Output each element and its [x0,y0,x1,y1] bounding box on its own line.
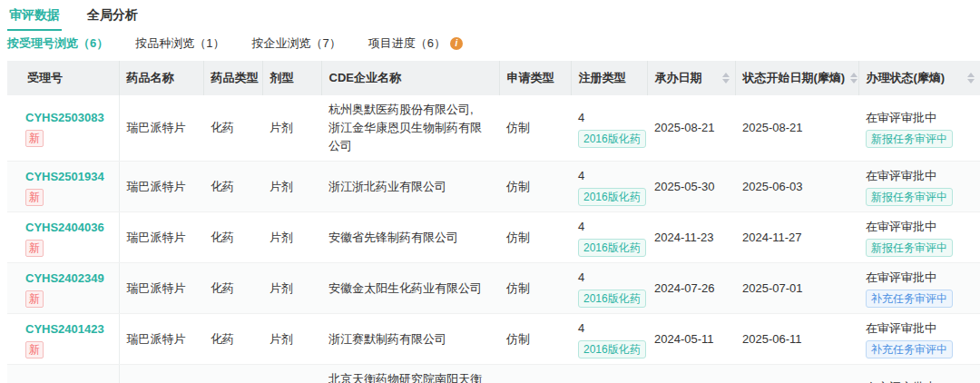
acceptance-date-cell: 2024-11-23 [647,212,735,263]
registration-version-badge: 2016版化药 [578,239,646,257]
col-header-acceptance-date: 承办日期 [647,61,735,95]
registration-type-cell: 42016版化药 [571,365,647,383]
status-start-date-cell: 2024-11-27 [735,212,858,263]
drug-name-cell: 瑞巴派特片 [119,263,203,314]
drug-name-cell: 瑞巴派特片 [119,314,203,365]
sort-icon[interactable] [850,73,858,83]
processing-status-text: 在审评审批中 [866,167,973,185]
registration-type-cell: 42016版化药 [571,314,647,365]
registration-type-cell: 42016版化药 [571,95,647,162]
drug-name-cell: 瑞巴派特片 [119,162,203,212]
dosage-form-cell: 片剂 [262,263,321,314]
table-header-row: 受理号 药品名称 药品类型 剂型 CDE企业名称 申请类型 注册类型 承办日期 … [7,61,980,95]
table-row: CYHS2401423新瑞巴派特片化药片剂浙江赛默制药有限公司仿制42016版化… [7,314,980,365]
registration-version-badge: 2016版化药 [578,290,646,308]
status-start-date-cell: 2025-06-03 [735,162,858,212]
col-header-drug-name: 药品名称 [119,61,203,95]
review-table: 受理号 药品名称 药品类型 剂型 CDE企业名称 申请类型 注册类型 承办日期 … [7,61,980,383]
col-header-cde-company: CDE企业名称 [321,61,499,95]
acceptance-no-cell: CYHS2402349新 [7,263,119,314]
acceptance-no-cell: CYHS2401423新 [7,314,119,365]
dosage-form-cell: 片剂 [262,365,321,383]
dosage-form-cell: 片剂 [262,314,321,365]
new-badge: 新 [25,341,44,358]
processing-status-cell: 在审评审批中新报任务审评中 [858,162,980,212]
registration-type-cell: 42016版化药 [571,162,647,212]
drug-type-cell: 化药 [203,263,262,314]
acceptance-no-cell: CYHS2501934新 [7,162,119,212]
application-type-cell: 仿制 [499,95,571,162]
processing-status-badge: 补充任务审评中 [866,340,953,358]
drug-type-cell: 化药 [203,212,262,263]
registration-type-cell: 42016版化药 [571,212,647,263]
info-icon[interactable]: i [450,37,463,50]
status-start-date-cell: 2025-06-11 [735,314,858,365]
registration-version-badge: 2016版化药 [578,188,646,206]
drug-type-cell: 化药 [203,95,262,162]
acceptance-no-link[interactable]: CYHS2501934 [25,168,104,186]
drug-type-cell: 化药 [203,365,262,383]
review-data-page: 审评数据 全局分析 按受理号浏览（6） 按品种浏览（1） 按企业浏览（7） 项目… [0,0,980,383]
cde-company-cell: 浙江浙北药业有限公司 [321,162,499,212]
registration-type-cell: 42016版化药 [571,263,647,314]
registration-type-value: 4 [578,109,640,127]
registration-type-value: 4 [578,319,640,338]
drug-type-cell: 化药 [203,162,262,212]
acceptance-date-cell: 2025-08-21 [647,95,735,162]
col-header-registration-type: 注册类型 [571,61,647,95]
registration-type-value: 4 [578,378,640,383]
acceptance-no-link[interactable]: CYHS2404036 [25,219,104,237]
acceptance-no-link[interactable]: CYHS2402349 [25,270,104,288]
subtab-project-progress[interactable]: 项目进度（6） i [368,35,463,52]
table-row: CYHS2400779新瑞巴派特片化药片剂北京天衡药物研究院南阳天衡制药 厂仿制… [7,365,980,383]
subtab-by-company[interactable]: 按企业浏览（7） [251,35,340,52]
subtab-by-acceptance-no[interactable]: 按受理号浏览（6） [7,35,108,52]
cde-company-cell: 安徽金太阳生化药业有限公司 [321,263,499,314]
processing-status-cell: 在审评审批中新报任务审评中 [858,95,980,162]
cde-company-cell: 安徽省先锋制药有限公司 [321,212,499,263]
sort-icon[interactable] [967,73,975,83]
acceptance-no-cell: CYHS2404036新 [7,212,119,263]
application-type-cell: 仿制 [499,314,571,365]
registration-type-value: 4 [578,269,640,287]
sort-icon[interactable] [722,73,730,83]
table-row: CYHS2503083新瑞巴派特片化药片剂杭州奥默医药股份有限公司, 浙江金华康… [7,95,980,162]
status-start-date-cell: 2025-08-19 [735,365,858,383]
processing-status-badge: 补充任务审评中 [866,290,953,308]
drug-name-cell: 瑞巴派特片 [119,95,203,162]
application-type-cell: 仿制 [499,162,571,212]
col-header-drug-type: 药品类型 [203,61,262,95]
cde-company-cell: 浙江赛默制药有限公司 [321,314,499,365]
subtab-project-progress-label: 项目进度（6） [368,35,446,52]
processing-status-cell: 在审评审批中补充任务审评中 [858,263,980,314]
acceptance-date-cell: 2024-07-26 [647,263,735,314]
acceptance-no-link[interactable]: CYHS2400779 [25,378,104,383]
processing-status-badge: 新报任务审评中 [866,130,953,148]
acceptance-no-link[interactable]: CYHS2401423 [25,320,104,339]
drug-name-cell: 瑞巴派特片 [119,212,203,263]
tab-review-data[interactable]: 审评数据 [7,5,62,31]
drug-type-cell: 化药 [203,314,262,365]
cde-company-cell: 杭州奥默医药股份有限公司, 浙江金华康恩贝生物制药有限公司 [321,95,499,162]
registration-type-value: 4 [578,167,640,185]
col-header-status-start-date: 状态开始日期(摩熵) [735,61,858,95]
cde-company-cell: 北京天衡药物研究院南阳天衡制药 厂 [321,365,499,383]
processing-status-text: 在审评审批中 [866,378,973,383]
processing-status-badge: 新报任务审评中 [866,239,953,257]
processing-status-text: 在审评审批中 [866,319,973,338]
new-badge: 新 [25,240,44,257]
table-row: CYHS2404036新瑞巴派特片化药片剂安徽省先锋制药有限公司仿制42016版… [7,212,980,263]
registration-type-value: 4 [578,218,640,236]
subtab-by-variety[interactable]: 按品种浏览（1） [135,35,224,52]
dosage-form-cell: 片剂 [262,212,321,263]
tab-global-analysis[interactable]: 全局分析 [85,5,140,31]
drug-name-cell: 瑞巴派特片 [119,365,203,383]
registration-version-badge: 2016版化药 [578,130,646,148]
processing-status-text: 在审评审批中 [866,218,973,236]
browse-subtabs: 按受理号浏览（6） 按品种浏览（1） 按企业浏览（7） 项目进度（6） i [0,27,980,61]
acceptance-date-cell: 2024-05-11 [647,314,735,365]
col-header-processing-status: 办理状态(摩熵) [858,61,980,95]
application-type-cell: 仿制 [499,212,571,263]
acceptance-no-link[interactable]: CYHS2503083 [25,109,104,127]
new-badge: 新 [25,130,44,147]
